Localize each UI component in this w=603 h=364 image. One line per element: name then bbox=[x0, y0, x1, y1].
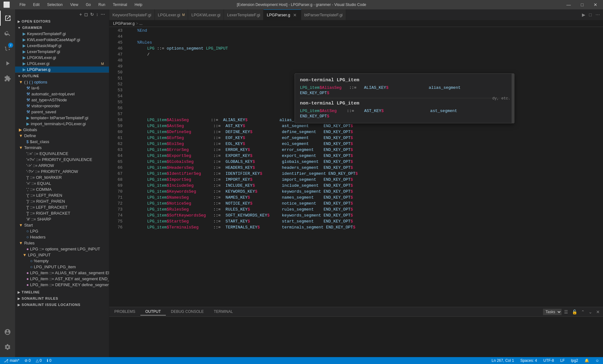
section-sonarlint-rules[interactable]: ▶ SONARLINT RULES bbox=[15, 295, 109, 302]
status-feedback[interactable]: ☺ bbox=[594, 358, 600, 363]
outline-rules-define[interactable]: ● LPG_item ::= DEFINE_KEY define_segment… bbox=[15, 282, 109, 288]
section-sonarlint-issues[interactable]: ▶ SONARLINT ISSUE LOCATIONS bbox=[15, 302, 109, 308]
outline-rules-alias[interactable]: ● LPG_item ::= ALIAS_KEY alias_segment E… bbox=[15, 270, 109, 276]
outline-define[interactable]: ▼ Define bbox=[15, 133, 109, 139]
status-errors[interactable]: ⊘ 0 bbox=[23, 358, 32, 363]
outline-equiv[interactable]: '::=' ::= EQUIVALENCE bbox=[15, 151, 109, 157]
menu-go[interactable]: Go bbox=[84, 2, 93, 8]
close-btn[interactable]: ✕ bbox=[591, 2, 600, 8]
tab-btParserTemplateF[interactable]: btParserTemplateF.gi bbox=[301, 9, 346, 20]
activity-settings[interactable] bbox=[0, 340, 15, 355]
outline-rules[interactable]: ▼ Rules bbox=[15, 240, 109, 246]
outline-rules-lpg-input[interactable]: ▼ LPG_INPUT bbox=[15, 252, 109, 258]
outline-sharp[interactable]: '#' ::= SHARP bbox=[15, 216, 109, 222]
code-editor[interactable]: 43 44 45 46 47 48 49 50 51 52 53 54 55 5… bbox=[109, 27, 603, 307]
panel-down-btn[interactable]: ⌄ bbox=[587, 309, 594, 315]
file-KWLexerFoldedCaseMapF[interactable]: ▶ KWLexerFoldedCaseMapF.gi bbox=[15, 37, 109, 43]
outline-la[interactable]: ⚒ la=6 bbox=[15, 85, 109, 91]
outline-rules-lpg-input-item[interactable]: ○ LPG_INPUT LPG_item bbox=[15, 264, 109, 270]
tab-LPGLexer[interactable]: LPGLexer.gi M bbox=[155, 9, 188, 20]
panel-tab-debug-console[interactable]: DEBUG CONSOLE bbox=[166, 308, 209, 315]
status-spaces[interactable]: Spaces: 4 bbox=[519, 358, 538, 363]
outline-template[interactable]: ▶ template= btParserTemplateF.gi bbox=[15, 115, 109, 121]
menu-view[interactable]: View bbox=[68, 2, 80, 8]
file-LPGParser[interactable]: ▶ LPGParser.g bbox=[15, 67, 109, 72]
menu-terminal[interactable]: Terminal bbox=[111, 2, 129, 8]
menu-help[interactable]: Help bbox=[133, 2, 144, 8]
section-open-editors[interactable]: ▶ OPEN EDITORS bbox=[15, 18, 109, 24]
outline-left-paren[interactable]: '(' ::= LEFT_PAREN bbox=[15, 192, 109, 198]
panel-filter-btn[interactable]: ☰ bbox=[563, 309, 569, 315]
outline-rules-ast[interactable]: ● LPG_item ::= AST_KEY ast_segment END_K… bbox=[15, 276, 109, 282]
panel-tab-problems[interactable]: PROBLEMS bbox=[109, 308, 140, 315]
file-LPGLexer[interactable]: ▶ LPGLexer.gi M bbox=[15, 61, 109, 67]
status-info[interactable]: ℹ 0 bbox=[46, 358, 53, 363]
outline-automatic-ast[interactable]: ⚒ automatic_ast=topLevel bbox=[15, 91, 109, 97]
more-tabs-btn[interactable]: ⋯ bbox=[594, 12, 601, 18]
new-folder-icon[interactable]: ◻ bbox=[84, 12, 88, 17]
section-timeline[interactable]: ▶ TIMELINE bbox=[15, 289, 109, 295]
new-file-icon[interactable]: + bbox=[79, 12, 82, 17]
outline-ast-class[interactable]: $ $ast_class bbox=[15, 139, 109, 145]
status-encoding[interactable]: UTF-8 bbox=[542, 358, 555, 363]
outline-rules-lpg[interactable]: ● LPG ::= options_segment LPG_INPUT bbox=[15, 246, 109, 252]
breadcrumb-file[interactable]: LPGParser.g bbox=[113, 21, 135, 26]
outline-right-bracket[interactable]: ']' ::= RIGHT_BRACKET bbox=[15, 210, 109, 216]
maximize-btn[interactable]: □ bbox=[579, 2, 586, 8]
activity-accounts[interactable] bbox=[0, 324, 15, 340]
tab-LexerTemplateF[interactable]: LexerTemplateF.gi bbox=[224, 9, 264, 20]
outline-priority-arrow[interactable]: '-?>' ::= PRIORITY_ARROW bbox=[15, 169, 109, 174]
status-position[interactable]: Ln 267, Col 1 bbox=[490, 358, 515, 363]
collapse-icon[interactable]: ↕ bbox=[96, 12, 99, 17]
tab-KeywordTemplateF[interactable]: KeywordTemplateF.gi bbox=[109, 9, 155, 20]
outline-right-paren[interactable]: ')' ::= RIGHT_PAREN bbox=[15, 198, 109, 204]
outline-left-bracket[interactable]: '[' ::= LEFT_BRACKET bbox=[15, 204, 109, 210]
activity-source-control[interactable]: 2 bbox=[0, 41, 15, 56]
outline-equal[interactable]: '=' ::= EQUAL bbox=[15, 180, 109, 186]
status-branch[interactable]: ⎇ main* bbox=[3, 358, 21, 363]
breadcrumb-ellipsis[interactable]: ... bbox=[139, 21, 143, 26]
panel-tab-output[interactable]: OUTPUT bbox=[140, 308, 166, 315]
status-warnings[interactable]: △ 0 bbox=[35, 358, 43, 363]
outline-parent-saved[interactable]: ⚒ parent_saved bbox=[15, 109, 109, 115]
activity-search[interactable] bbox=[0, 26, 15, 41]
status-notifications[interactable]: 🔔 bbox=[583, 358, 590, 363]
outline-visitor[interactable]: ⚒ visitor=preorder bbox=[15, 103, 109, 109]
outline-globals[interactable]: ▶ Globals bbox=[15, 127, 109, 133]
file-KeywordTemplateF[interactable]: ▶ KeywordTemplateF.gi bbox=[15, 31, 109, 37]
outline-rules-empty[interactable]: ○ %empty bbox=[15, 258, 109, 264]
file-LexerTemplateF[interactable]: ▶ LexerTemplateF.gi bbox=[15, 49, 109, 55]
tab-LPGParser[interactable]: LPGParser.g ✕ bbox=[263, 9, 301, 20]
menu-file[interactable]: File bbox=[18, 2, 27, 8]
minimize-btn[interactable]: — bbox=[564, 2, 573, 8]
tasks-select[interactable]: Tasks bbox=[543, 309, 562, 315]
outline-start-lpg[interactable]: ○ LPG bbox=[15, 228, 109, 234]
run-debug-btn[interactable]: ▶ bbox=[581, 12, 587, 18]
panel-close-btn[interactable]: ✕ bbox=[595, 309, 601, 315]
section-outline[interactable]: ▼ OUTLINE bbox=[15, 72, 109, 79]
panel-lock-btn[interactable]: 🔓 bbox=[571, 309, 579, 315]
status-language[interactable]: lpg2 bbox=[570, 358, 579, 363]
outline-start[interactable]: ▼ Start bbox=[15, 222, 109, 228]
panel-up-btn[interactable]: ⌃ bbox=[580, 309, 586, 315]
outline-terminals[interactable]: ▼ Terminals bbox=[15, 145, 109, 151]
menu-selection[interactable]: Selection bbox=[45, 2, 64, 8]
split-editor-btn[interactable]: □ bbox=[588, 12, 593, 18]
outline-arrow[interactable]: '->' ::= ARROW bbox=[15, 163, 109, 169]
menu-edit[interactable]: Edit bbox=[31, 2, 41, 8]
outline-ast-type[interactable]: ⚒ ast_type=ASTNode bbox=[15, 97, 109, 103]
tab-close-LPGParser[interactable]: ✕ bbox=[292, 12, 298, 18]
section-grammer[interactable]: ▼ GRAMMER bbox=[15, 24, 109, 31]
outline-options[interactable]: ▼ ( ) ( ) options bbox=[15, 79, 109, 85]
outline-start-headers[interactable]: ○ Headers bbox=[15, 234, 109, 240]
hover-scroll[interactable] bbox=[512, 74, 514, 123]
more-options-icon[interactable]: ⋯ bbox=[100, 12, 105, 17]
outline-or-marker[interactable]: '|' ::= OR_MARKER bbox=[15, 174, 109, 180]
file-LexerBasicMapF[interactable]: ▶ LexerBasicMapF.gi bbox=[15, 43, 109, 49]
status-line-ending[interactable]: LF bbox=[559, 358, 566, 363]
outline-import-terminals[interactable]: ▶ import_terminals=LPGLexer.gi bbox=[15, 121, 109, 127]
tab-LPGKWLexer[interactable]: LPGKWLexer.gi bbox=[188, 9, 224, 20]
menu-run[interactable]: Run bbox=[96, 2, 107, 8]
refresh-icon[interactable]: ↻ bbox=[90, 12, 94, 17]
file-LPGKWLexer[interactable]: ▶ LPGKWLexer.gi bbox=[15, 55, 109, 61]
